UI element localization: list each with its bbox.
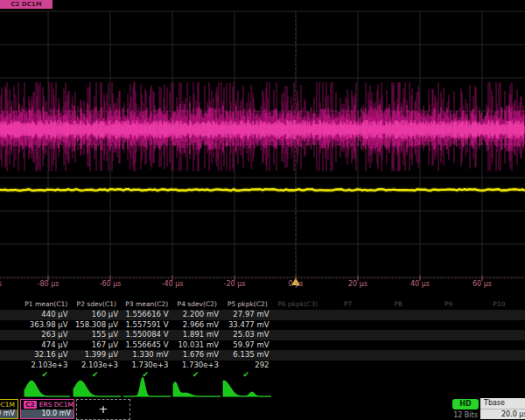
active-trace-badge[interactable]: C2 DC1M — [0, 0, 52, 9]
c2-coupling-label: ERS DC1M — [39, 400, 74, 410]
table-cell — [424, 330, 475, 340]
time-axis-labels: -100 µs-80 µs-60 µs-40 µs-20 µs0 µs20 µs… — [0, 280, 525, 290]
axis-label: 40 µs — [410, 280, 430, 288]
table-cell — [374, 350, 425, 360]
table-cell — [475, 310, 525, 320]
table-cell: 33.477 mV — [223, 320, 274, 331]
param-header[interactable]: P9 — [424, 299, 475, 310]
param-header[interactable]: P7 — [324, 299, 374, 310]
table-cell — [274, 350, 325, 360]
param-header[interactable]: P3 mean(C2) — [122, 299, 173, 310]
channel-c1-descriptor[interactable]: C1 DC1M 50.0 mV — [0, 399, 18, 419]
param-header[interactable]: P2 sdev(C1) — [73, 299, 123, 310]
table-row: P1 mean(C1)P2 sdev(C1)P3 mean(C2)P4 sdev… — [0, 299, 525, 310]
param-header[interactable]: P10 — [475, 299, 525, 310]
table-row: 2.103e+32.103e+31.730e+31.730e+3292 — [0, 360, 525, 371]
table-cell — [475, 360, 525, 371]
table-row: 32.16 µV1.399 µV1.330 mV1.676 mV6.135 mV — [0, 350, 525, 360]
table-cell: 6.135 mV — [223, 350, 274, 360]
table-row: 363.98 µV158.308 µV1.557591 V2.966 mV33.… — [0, 320, 525, 331]
table-cell — [424, 310, 475, 320]
table-cell: 1.399 µV — [73, 350, 123, 360]
table-cell: 1.556616 V — [122, 310, 173, 320]
param-header[interactable]: P5 pkpk(C2) — [223, 299, 274, 310]
table-cell: 155 µV — [73, 330, 123, 340]
c2-scale-value: 10.0 mV — [21, 410, 74, 418]
table-cell — [475, 340, 525, 351]
table-cell: 59.97 mV — [223, 340, 274, 351]
histicon[interactable] — [223, 381, 271, 396]
axis-label: -20 µs — [224, 280, 246, 288]
histicon[interactable] — [123, 377, 171, 396]
table-cell — [324, 360, 374, 371]
measurement-histicons[interactable] — [0, 376, 525, 399]
table-row: 474 µV167 µV1.556645 V10.031 mV59.97 mV — [0, 340, 525, 351]
table-cell — [274, 310, 325, 320]
table-cell: 1.330 mV — [122, 350, 173, 360]
c1-trace — [0, 189, 525, 191]
table-cell — [424, 340, 475, 351]
axis-label: -60 µs — [100, 280, 122, 288]
table-cell — [324, 330, 374, 340]
table-cell: 32.16 µV — [22, 350, 73, 360]
table-cell — [274, 360, 325, 371]
table-cell: 167 µV — [73, 340, 123, 351]
hd-mode-badge[interactable]: HD — [452, 399, 479, 410]
table-cell — [374, 330, 425, 340]
table-cell — [324, 340, 374, 351]
table-row: 440 µV160 µV1.556616 V2.200 mV27.97 mV — [0, 310, 525, 320]
table-cell: 363.98 µV — [22, 320, 73, 331]
c2-channel-chip: C2 — [24, 401, 37, 409]
axis-label: 20 µs — [348, 280, 368, 288]
axis-label: -80 µs — [38, 280, 60, 288]
table-cell: 158.308 µV — [73, 320, 123, 331]
axis-label: -40 µs — [162, 280, 184, 288]
oscilloscope-screen: C2 DC1M -100 µs-80 µs-60 µs-40 µs-20 µs0… — [0, 0, 525, 420]
table-cell: 263 µV — [22, 330, 73, 340]
table-cell: 2.103e+3 — [22, 360, 73, 371]
axis-label: 60 µs — [472, 280, 492, 288]
table-cell — [424, 360, 475, 371]
table-cell: 160 µV — [73, 310, 123, 320]
table-cell: 1.891 mV — [173, 330, 224, 340]
table-cell: 1.676 mV — [173, 350, 224, 360]
add-trace-button[interactable]: + — [76, 399, 130, 420]
table-cell — [475, 320, 525, 331]
table-cell — [475, 330, 525, 340]
table-cell — [274, 330, 325, 340]
table-cell: 10.031 mV — [173, 340, 224, 351]
table-cell: 1.557591 V — [122, 320, 173, 331]
table-cell: 440 µV — [22, 310, 73, 320]
param-header[interactable]: P1 mean(C1) — [22, 299, 73, 310]
table-cell — [324, 350, 374, 360]
histicon[interactable] — [74, 381, 121, 396]
table-cell — [475, 350, 525, 360]
histicon[interactable] — [24, 381, 70, 396]
table-cell: 27.97 mV — [223, 310, 274, 320]
histicon[interactable] — [173, 382, 220, 397]
table-cell: 2.103e+3 — [73, 360, 123, 371]
table-cell: 2.966 mV — [173, 320, 224, 331]
table-cell: 1.556645 V — [122, 340, 173, 351]
table-cell: 2.200 mV — [173, 310, 224, 320]
table-cell: 1.730e+3 — [122, 360, 173, 371]
timebase-scale-value: 20.0 µs — [480, 410, 525, 419]
param-header[interactable]: P4 sdev(C2) — [173, 299, 224, 310]
table-cell — [374, 340, 425, 351]
table-cell: 25.03 mV — [223, 330, 274, 340]
table-cell — [374, 320, 425, 331]
timebase-descriptor[interactable]: Tbase 20.0 µs — [480, 398, 525, 419]
channel-c2-descriptor[interactable]: C2 ERS DC1M 10.0 mV — [20, 399, 74, 419]
param-header[interactable]: P8 — [374, 299, 425, 310]
axis-label: 0 µs — [289, 280, 304, 288]
table-cell — [424, 350, 475, 360]
param-header[interactable]: P6 pkpk(C3) — [274, 299, 325, 310]
table-cell — [274, 340, 325, 351]
table-cell: 1.730e+3 — [173, 360, 224, 371]
table-cell — [324, 320, 374, 331]
c1-coupling-label: C1 DC1M — [0, 400, 18, 410]
table-cell — [424, 320, 475, 331]
table-cell: 474 µV — [22, 340, 73, 351]
table-cell — [324, 310, 374, 320]
table-cell: 292 — [223, 360, 274, 371]
